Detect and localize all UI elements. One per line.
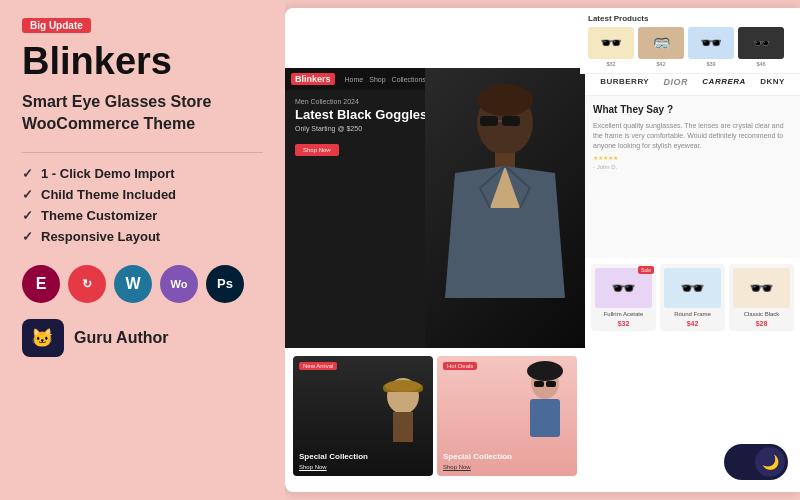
toggle-circle: 🌙: [755, 447, 785, 477]
collection-title-2: Special Collection: [443, 452, 512, 462]
collection-label-1: New Arrival: [299, 362, 337, 370]
left-panel: Big Update Blinkers Smart Eye Glasses St…: [0, 0, 285, 500]
collection-card-dark: New Arrival Special Collection Shop Now: [293, 356, 433, 476]
collection-btn-2[interactable]: Shop Now: [443, 464, 512, 470]
svg-rect-11: [393, 412, 413, 442]
product-price-2: $42: [687, 320, 699, 327]
product-name-3: Classic Black: [744, 311, 780, 318]
collection-model-1: [373, 366, 433, 446]
product-name-2: Round Frame: [674, 311, 711, 318]
nav-item-home[interactable]: Home: [345, 76, 364, 83]
model-silhouette: [435, 78, 575, 338]
photoshop-icon: Ps: [206, 265, 244, 303]
testimonial-title: What They Say ?: [593, 104, 792, 115]
elementor-icon: E: [22, 265, 60, 303]
guru-label: Guru Author: [74, 329, 169, 347]
collection-card-pink: Hot Deals Special Collection Shop Now: [437, 356, 577, 476]
product-thumb-1: 🕶️ $32: [588, 27, 634, 67]
brand-dkny: DKNY: [760, 77, 785, 86]
reviewer-name: - John D.: [593, 164, 792, 170]
customizer-icon: ↻: [68, 265, 106, 303]
top-products-title: Latest Products: [588, 14, 792, 23]
product-price-1: $32: [618, 320, 630, 327]
guru-row: 🐱 ★ Guru Author: [22, 319, 263, 357]
product-name-1: Fullrim Acetate: [604, 311, 644, 318]
collection-section: New Arrival Special Collection Shop Now …: [285, 348, 585, 484]
brand-dior: DIOR: [664, 77, 689, 87]
hero-section: Blinkers Home Shop Collections Products …: [285, 68, 585, 348]
brand-carrera: CARRERA: [702, 77, 746, 86]
svg-point-13: [527, 361, 563, 381]
wordpress-icon: W: [114, 265, 152, 303]
svg-text:★: ★: [45, 330, 53, 340]
hero-tag: Men Collection 2024: [295, 98, 427, 105]
brand-title: Blinkers: [22, 41, 263, 83]
product-card-3: 🕶️ Classic Black $28: [729, 264, 794, 331]
check-icon: ✓: [22, 229, 33, 244]
brand-burberry: BURBERRY: [600, 77, 649, 86]
svg-point-10: [385, 380, 421, 392]
check-icon: ✓: [22, 208, 33, 223]
top-products-strip: Latest Products 🕶️ $32 🥽 $42 🕶️ $39 🕶️ $…: [580, 8, 800, 74]
update-badge: Big Update: [22, 18, 91, 33]
dark-mode-toggle[interactable]: 🌙: [724, 444, 788, 480]
check-icon: ✓: [22, 166, 33, 181]
check-icon: ✓: [22, 187, 33, 202]
hero-content: Men Collection 2024 Latest Black Goggles…: [295, 98, 427, 156]
product-thumb-yellow: 🕶️: [588, 27, 634, 59]
collection-btn-1[interactable]: Shop Now: [299, 464, 368, 470]
nav-item-shop[interactable]: Shop: [369, 76, 385, 83]
collection-title-1: Special Collection: [299, 452, 368, 462]
svg-point-6: [477, 84, 533, 116]
cat-star-icon: 🐱 ★: [29, 326, 57, 350]
collection-label-2: Hot Deals: [443, 362, 477, 370]
product-price-3: $28: [756, 320, 768, 327]
product-image-1: 🕶️: [595, 268, 652, 308]
testimonial-text: Excellent quality sunglasses. The lenses…: [593, 121, 792, 150]
hero-model-image: [425, 68, 585, 348]
product-thumb-blue: 🕶️: [688, 27, 734, 59]
product-card-2: 🕶️ Round Frame $42: [660, 264, 725, 331]
divider: [22, 152, 263, 153]
collection-model-2: [515, 361, 575, 441]
product-image-2: 🕶️: [664, 268, 721, 308]
feature-item: ✓ Theme Customizer: [22, 205, 263, 226]
hero-shop-button[interactable]: Shop Now: [295, 144, 339, 156]
tech-icons-row: E ↻ W Wo Ps: [22, 265, 263, 303]
product-thumb-black: 🕶️: [738, 27, 784, 59]
svg-rect-16: [530, 399, 560, 437]
product-thumb-4: 🕶️ $46: [738, 27, 784, 67]
svg-rect-4: [502, 116, 520, 126]
theme-preview: Latest Products 🕶️ $32 🥽 $42 🕶️ $39 🕶️ $…: [285, 8, 800, 492]
guru-badge-icon: 🐱 ★: [22, 319, 64, 357]
top-products-row: 🕶️ $32 🥽 $42 🕶️ $39 🕶️ $46: [588, 27, 792, 67]
nav-logo: Blinkers: [291, 73, 335, 85]
product-thumb-brown: 🥽: [638, 27, 684, 59]
product-card-1: Sale 🕶️ Fullrim Acetate $32: [591, 264, 656, 331]
feature-item: ✓ 1 - Click Demo Import: [22, 163, 263, 184]
feature-item: ✓ Child Theme Included: [22, 184, 263, 205]
collection-content-2: Special Collection Shop Now: [443, 452, 512, 470]
preview-inner: Latest Products 🕶️ $32 🥽 $42 🕶️ $39 🕶️ $…: [285, 8, 800, 492]
product-image-3: 🕶️: [733, 268, 790, 308]
svg-rect-3: [480, 116, 498, 126]
product-thumb-2: 🥽 $42: [638, 27, 684, 67]
moon-icon: 🌙: [762, 454, 779, 470]
hero-subtitle: Only Starting @ $250: [295, 125, 427, 132]
rating-stars: ★★★★★: [593, 154, 792, 161]
products-grid-row: Sale 🕶️ Fullrim Acetate $32 🕶️ Round Fra…: [591, 264, 794, 331]
svg-rect-14: [534, 381, 544, 387]
brand-subtitle: Smart Eye Glasses Store WooCommerce Them…: [22, 91, 263, 136]
collection-content-1: Special Collection Shop Now: [299, 452, 368, 470]
sale-badge-1: Sale: [638, 266, 654, 274]
feature-item: ✓ Responsive Layout: [22, 226, 263, 247]
hero-title: Latest Black Goggles: [295, 107, 427, 123]
svg-rect-15: [546, 381, 556, 387]
features-list: ✓ 1 - Click Demo Import ✓ Child Theme In…: [22, 163, 263, 247]
nav-item-collections[interactable]: Collections: [392, 76, 426, 83]
woocommerce-icon: Wo: [160, 265, 198, 303]
product-thumb-3: 🕶️ $39: [688, 27, 734, 67]
